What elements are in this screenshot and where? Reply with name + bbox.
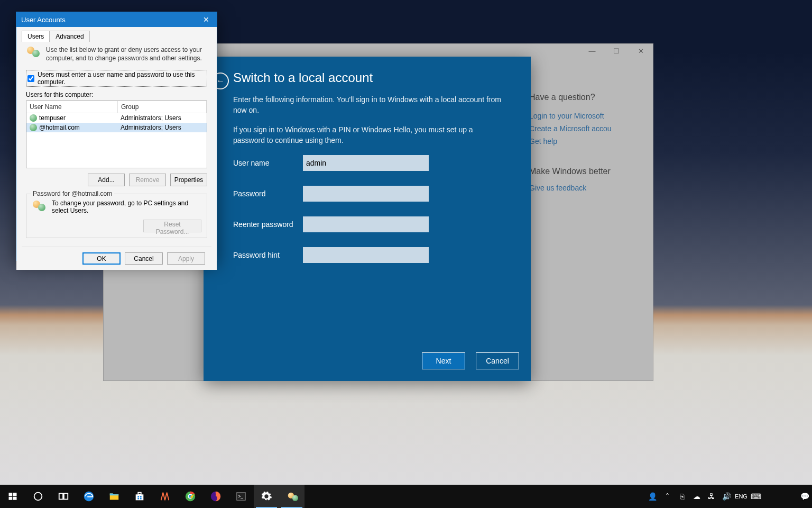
ua-tab-advanced[interactable]: Advanced bbox=[50, 31, 89, 42]
ua-row-username: @hotmail.com bbox=[39, 124, 80, 131]
wizard-intro: Enter the following information. You'll … bbox=[233, 95, 501, 115]
desktop-wallpaper: — ☐ ✕ ⥀ Sync your settings Have a questi… bbox=[0, 0, 812, 508]
chrome-icon bbox=[184, 491, 196, 502]
taskbar: >_ 👤 ˄ ⎘ ☁ 🖧 🔊 ENG ⌨ 💬 bbox=[0, 485, 812, 508]
tray-keyboard-icon[interactable]: ⌨ bbox=[749, 485, 763, 508]
svg-text:>_: >_ bbox=[238, 494, 244, 499]
cortana-button[interactable] bbox=[25, 485, 51, 508]
ua-password-text: To change your password, go to PC settin… bbox=[52, 199, 201, 214]
ua-add-button[interactable]: Add... bbox=[88, 174, 125, 186]
ua-properties-button[interactable]: Properties bbox=[170, 174, 207, 186]
app-icon bbox=[159, 491, 171, 502]
taskbar-app-terminal[interactable]: >_ bbox=[228, 485, 254, 508]
ua-row-username: tempuser bbox=[39, 114, 66, 122]
wizard-pin-note: If you sign in to Windows with a PIN or … bbox=[233, 125, 501, 146]
ua-remove-button[interactable]: Remove bbox=[129, 174, 166, 186]
taskbar-app-netplwiz[interactable] bbox=[279, 485, 304, 508]
ua-user-row[interactable]: tempuser Administrators; Users bbox=[26, 113, 207, 123]
reenter-password-input[interactable] bbox=[303, 216, 429, 232]
tray-people-icon[interactable]: 👤 bbox=[645, 485, 660, 508]
wizard-next-button[interactable]: Next bbox=[422, 352, 465, 369]
svg-rect-2 bbox=[9, 497, 13, 500]
ua-intro: Use the list below to grant or deny user… bbox=[26, 46, 207, 62]
password-hint-input[interactable] bbox=[303, 247, 429, 263]
svg-rect-5 bbox=[59, 494, 63, 500]
ua-tab-users[interactable]: Users bbox=[22, 31, 50, 42]
ua-require-login-checkbox[interactable]: Users must enter a user name and passwor… bbox=[26, 70, 207, 87]
key-user-icon bbox=[32, 199, 47, 214]
svg-rect-1 bbox=[13, 493, 17, 496]
svg-rect-13 bbox=[140, 498, 142, 500]
ua-titlebar[interactable]: User Accounts ✕ bbox=[16, 12, 217, 27]
svg-rect-11 bbox=[140, 496, 142, 497]
ua-col-user[interactable]: User Name bbox=[26, 101, 118, 113]
back-arrow-icon: ← bbox=[216, 76, 225, 86]
tray-network-icon[interactable]: 🖧 bbox=[704, 485, 719, 508]
taskbar-app-generic1[interactable] bbox=[152, 485, 178, 508]
svg-rect-3 bbox=[13, 497, 17, 500]
ua-close-button[interactable]: ✕ bbox=[196, 12, 217, 27]
start-button[interactable] bbox=[0, 485, 25, 508]
task-view-button[interactable] bbox=[51, 485, 76, 508]
svg-rect-9 bbox=[138, 493, 141, 495]
ua-cancel-button[interactable]: Cancel bbox=[125, 252, 163, 265]
taskbar-app-firefox[interactable] bbox=[203, 485, 228, 508]
user-row-icon bbox=[30, 114, 37, 122]
svg-rect-10 bbox=[137, 496, 139, 497]
tray-clock[interactable] bbox=[763, 485, 797, 508]
store-icon bbox=[134, 491, 145, 502]
ua-reset-password-button[interactable]: Reset Password... bbox=[143, 220, 201, 232]
ua-row-group: Administrators; Users bbox=[117, 113, 207, 123]
ua-list-header: User Name Group bbox=[26, 101, 207, 113]
ua-apply-button[interactable]: Apply bbox=[167, 252, 205, 265]
ua-users-list[interactable]: User Name Group tempuser bbox=[26, 101, 207, 168]
user-accounts-dialog: User Accounts ✕ Users Advanced Use the l… bbox=[16, 12, 217, 261]
taskbar-app-explorer[interactable] bbox=[102, 485, 127, 508]
password-label: Password bbox=[233, 189, 303, 198]
edge-icon bbox=[83, 491, 95, 502]
tray-volume-icon[interactable]: 🔊 bbox=[719, 485, 734, 508]
password-hint-label: Password hint bbox=[233, 251, 303, 259]
tray-usb-icon[interactable]: ⎘ bbox=[675, 485, 689, 508]
taskbar-app-settings[interactable] bbox=[254, 485, 279, 508]
tray-language-icon[interactable]: ENG bbox=[734, 485, 749, 508]
tray-action-center-icon[interactable]: 💬 bbox=[797, 485, 812, 508]
ua-password-groupbox: Password for @hotmail.com To change your… bbox=[26, 194, 207, 238]
wizard-title: Switch to a local account bbox=[233, 70, 501, 85]
ua-require-login-label: Users must enter a user name and passwor… bbox=[38, 71, 206, 86]
username-label: User name bbox=[233, 159, 303, 167]
firefox-icon bbox=[210, 491, 222, 502]
tray-onedrive-icon[interactable]: ☁ bbox=[689, 485, 704, 508]
windows-logo-icon bbox=[7, 491, 19, 502]
ua-user-row[interactable]: @hotmail.com Administrators; Users bbox=[26, 123, 207, 132]
terminal-icon: >_ bbox=[235, 491, 247, 502]
ua-password-legend: Password for @hotmail.com bbox=[31, 190, 114, 197]
users-icon bbox=[287, 492, 297, 501]
svg-rect-8 bbox=[136, 494, 144, 500]
reenter-password-label: Reenter password bbox=[233, 220, 303, 229]
user-row-icon bbox=[30, 124, 37, 131]
tray-overflow-chevron-icon[interactable]: ˄ bbox=[660, 485, 675, 508]
close-icon: ✕ bbox=[203, 15, 209, 24]
system-tray: 👤 ˄ ⎘ ☁ 🖧 🔊 ENG ⌨ 💬 bbox=[645, 485, 812, 508]
ua-title: User Accounts bbox=[21, 16, 66, 24]
ua-col-group[interactable]: Group bbox=[118, 101, 207, 113]
ua-require-login-input[interactable] bbox=[27, 75, 34, 82]
password-input[interactable] bbox=[303, 186, 429, 202]
cortana-circle-icon bbox=[32, 491, 44, 502]
wizard-cancel-button[interactable]: Cancel bbox=[476, 352, 519, 369]
username-input[interactable] bbox=[303, 155, 429, 171]
ua-row-group: Administrators; Users bbox=[117, 123, 207, 132]
switch-local-account-wizard: ← Switch to a local account Enter the fo… bbox=[204, 57, 531, 381]
ua-tabpage-users: Use the list below to grant or deny user… bbox=[22, 41, 211, 243]
folder-icon bbox=[108, 491, 120, 502]
svg-rect-0 bbox=[9, 493, 13, 496]
ua-ok-button[interactable]: OK bbox=[82, 252, 121, 265]
taskbar-app-chrome[interactable] bbox=[178, 485, 203, 508]
ua-intro-text: Use the list below to grant or deny user… bbox=[46, 46, 207, 62]
taskbar-app-edge[interactable] bbox=[76, 485, 102, 508]
taskbar-app-store[interactable] bbox=[127, 485, 152, 508]
svg-rect-12 bbox=[137, 498, 139, 500]
users-icon bbox=[26, 46, 41, 60]
ua-tabs: Users Advanced bbox=[22, 30, 211, 41]
